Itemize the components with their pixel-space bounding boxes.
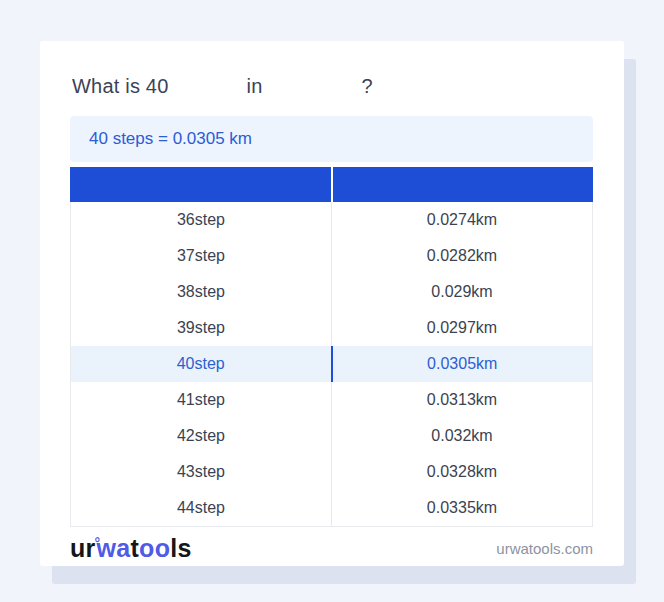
urwatools-logo: ur°watools: [70, 534, 192, 563]
table-row: 37step0.0282km: [71, 238, 592, 274]
km-cell: 0.0313km: [332, 382, 592, 418]
logo-text-dark: ur: [70, 534, 96, 562]
steps-cell: 41step: [71, 382, 332, 418]
km-cell: 0.029km: [332, 274, 592, 310]
page-title: What is 40in?: [72, 73, 593, 100]
km-cell: 0.032km: [332, 418, 592, 454]
steps-cell: 42step: [71, 418, 332, 454]
table-row: 38step0.029km: [71, 274, 592, 310]
km-cell: 0.0297km: [332, 310, 592, 346]
table-row: 42step0.032km: [71, 418, 592, 454]
table-row: 39step0.0297km: [71, 310, 592, 346]
steps-cell: 37step: [71, 238, 332, 274]
table-row: 36step0.0274km: [71, 202, 592, 238]
km-cell: 0.0335km: [332, 490, 592, 526]
title-question-mark: ?: [361, 75, 372, 97]
conversion-result-box: 40 steps = 0.0305 km: [70, 116, 593, 162]
table-row: 44step0.0335km: [71, 490, 592, 526]
card-footer: ur°watools urwatools.com: [70, 528, 593, 568]
conversion-table: 36step0.0274km37step0.0282km38step0.029k…: [70, 167, 593, 527]
km-cell: 0.0305km: [333, 346, 593, 382]
logo-text-dark: t: [130, 534, 139, 562]
site-url-text: urwatools.com: [496, 540, 593, 557]
steps-cell: 40step: [71, 346, 333, 382]
km-cell: 0.0274km: [332, 202, 592, 238]
steps-cell: 43step: [71, 454, 332, 490]
steps-cell: 44step: [71, 490, 332, 526]
table-header-row: [70, 167, 593, 202]
title-in-part: in: [246, 75, 262, 97]
logo-text-dark: ls: [170, 534, 191, 562]
conversion-result-text: 40 steps = 0.0305 km: [89, 129, 252, 149]
km-cell: 0.0282km: [332, 238, 592, 274]
logo-text-blue: wa: [97, 534, 131, 562]
table-row: 43step0.0328km: [71, 454, 592, 490]
table-row: 40step0.0305km: [71, 346, 592, 382]
table-body: 36step0.0274km37step0.0282km38step0.029k…: [70, 202, 593, 527]
header-steps-cell: [70, 167, 333, 202]
title-question-part: What is 40: [72, 75, 168, 97]
km-cell: 0.0328km: [332, 454, 592, 490]
steps-cell: 39step: [71, 310, 332, 346]
logo-glasses-oo: oo: [139, 534, 170, 562]
table-row: 41step0.0313km: [71, 382, 592, 418]
header-km-cell: [333, 167, 594, 202]
steps-cell: 36step: [71, 202, 332, 238]
steps-cell: 38step: [71, 274, 332, 310]
conversion-card: What is 40in? 40 steps = 0.0305 km 36ste…: [40, 41, 624, 566]
